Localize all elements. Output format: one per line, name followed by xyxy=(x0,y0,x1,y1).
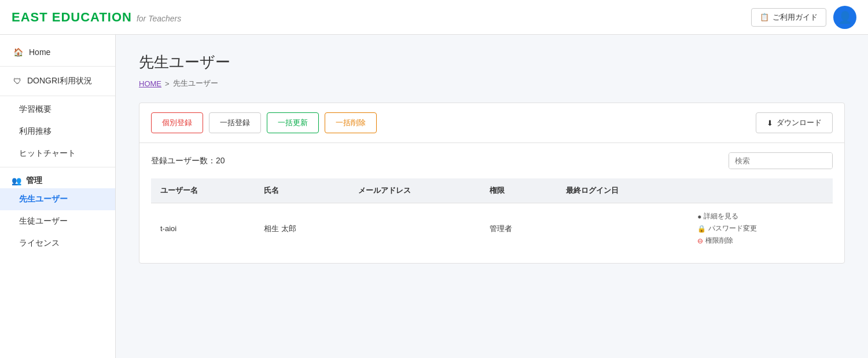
cell-last-login xyxy=(557,203,689,254)
sidebar-label-license: ライセンス xyxy=(19,238,60,247)
sidebar-item-sensei[interactable]: 先生ユーザー xyxy=(0,188,115,210)
delete-label: 権限削除 xyxy=(705,236,733,246)
user-count: 登録ユーザー数：20 xyxy=(151,156,225,166)
main-content: 先生ユーザー HOME > 先生ユーザー 個別登録 一括登録 一括更新 一括削除… xyxy=(116,35,868,358)
col-email: メールアドレス xyxy=(349,178,481,203)
col-role: 権限 xyxy=(480,178,556,203)
sidebar-item-gakushu[interactable]: 学習概要 xyxy=(0,98,115,120)
home-icon: 🏠 xyxy=(13,48,23,57)
sidebar-label-hit: ヒットチャート xyxy=(19,148,76,158)
sidebar-section-kanri: 👥 管理 xyxy=(0,170,115,188)
header: EAST EDUCATION for Teachers 📋 ご利用ガイド 👤 xyxy=(0,0,868,35)
individual-register-button[interactable]: 個別登録 xyxy=(151,112,203,133)
password-label: パスワード変更 xyxy=(708,224,757,233)
sidebar-label-riyou: 利用推移 xyxy=(19,126,52,136)
password-link[interactable]: 🔒 パスワード変更 xyxy=(697,224,823,233)
sidebar-label-kanri: 管理 xyxy=(26,176,42,186)
sidebar-item-dongri[interactable]: 🛡 DONGRI利用状況 xyxy=(0,69,115,93)
breadcrumb-current: 先生ユーザー xyxy=(173,78,218,89)
breadcrumb-separator: > xyxy=(165,79,170,88)
logo: EAST EDUCATION for Teachers xyxy=(12,10,181,25)
download-label: ダウンロード xyxy=(777,118,822,128)
bulk-delete-button[interactable]: 一括削除 xyxy=(325,112,377,133)
sidebar-label-dongri: DONGRI利用状況 xyxy=(27,76,92,86)
kanri-icon: 👥 xyxy=(12,176,21,185)
col-fullname: 氏名 xyxy=(255,178,348,203)
col-username: ユーザー名 xyxy=(151,178,255,203)
sidebar: 🏠 Home 🛡 DONGRI利用状況 学習概要 利用推移 ヒットチャート 👥 … xyxy=(0,35,116,358)
delete-icon: ⊖ xyxy=(697,237,703,245)
download-button[interactable]: ⬇ ダウンロード xyxy=(756,112,833,133)
sidebar-label-seito: 生徒ユーザー xyxy=(19,216,68,225)
guide-label: ご利用ガイド xyxy=(773,12,818,23)
sidebar-divider-1 xyxy=(0,66,115,67)
sidebar-item-home[interactable]: 🏠 Home xyxy=(0,41,115,64)
avatar-icon: 👤 xyxy=(838,10,852,24)
detail-icon: ● xyxy=(697,213,701,221)
avatar-button[interactable]: 👤 xyxy=(833,6,856,29)
col-last-login: 最終ログイン日 xyxy=(557,178,689,203)
bulk-update-button[interactable]: 一括更新 xyxy=(267,112,319,133)
detail-label: 詳細を見る xyxy=(704,211,738,221)
layout: 🏠 Home 🛡 DONGRI利用状況 学習概要 利用推移 ヒットチャート 👥 … xyxy=(0,35,868,358)
cell-actions: ● 詳細を見る 🔒 パスワード変更 ⊖ 権限削 xyxy=(688,203,833,254)
sidebar-item-hit[interactable]: ヒットチャート xyxy=(0,143,115,165)
col-actions xyxy=(688,178,833,203)
delete-link[interactable]: ⊖ 権限削除 xyxy=(697,236,823,246)
table-header: ユーザー名 氏名 メールアドレス 権限 最終ログイン日 xyxy=(151,178,833,203)
password-icon: 🔒 xyxy=(697,225,706,233)
table-header-row: 登録ユーザー数：20 🔍 xyxy=(151,152,833,169)
sidebar-label-home: Home xyxy=(29,48,50,57)
sidebar-label-sensei: 先生ユーザー xyxy=(19,194,68,203)
sidebar-divider-2 xyxy=(0,96,115,96)
guide-button[interactable]: 📋 ご利用ガイド xyxy=(751,8,826,27)
search-box: 🔍 xyxy=(729,152,833,169)
page-title: 先生ユーザー xyxy=(139,52,845,72)
sidebar-item-seito[interactable]: 生徒ユーザー xyxy=(0,210,115,232)
header-right: 📋 ご利用ガイド 👤 xyxy=(751,6,856,29)
detail-link[interactable]: ● 詳細を見る xyxy=(697,211,823,221)
guide-icon: 📋 xyxy=(760,13,769,21)
dongri-icon: 🛡 xyxy=(13,76,21,86)
action-cell: ● 詳細を見る 🔒 パスワード変更 ⊖ 権限削 xyxy=(697,211,823,246)
download-icon: ⬇ xyxy=(767,119,773,127)
cell-username: t-aioi xyxy=(151,203,255,254)
cell-fullname: 相生 太郎 xyxy=(255,203,348,254)
breadcrumb-home[interactable]: HOME xyxy=(139,79,161,88)
table-section: 登録ユーザー数：20 🔍 ユーザー名 氏名 メールアドレス 権限 最終ログイン xyxy=(139,143,844,263)
sidebar-label-gakushu: 学習概要 xyxy=(19,104,52,114)
bulk-register-button[interactable]: 一括登録 xyxy=(209,112,261,133)
toolbar: 個別登録 一括登録 一括更新 一括削除 ⬇ ダウンロード xyxy=(139,103,844,143)
table-row: t-aioi 相生 太郎 管理者 ● 詳細を見る xyxy=(151,203,833,254)
breadcrumb: HOME > 先生ユーザー xyxy=(139,78,845,89)
logo-for-teachers: for Teachers xyxy=(137,14,181,23)
cell-role: 管理者 xyxy=(480,203,556,254)
data-table: ユーザー名 氏名 メールアドレス 権限 最終ログイン日 t-aioi 相生 太郎 xyxy=(151,178,833,254)
sidebar-divider-3 xyxy=(0,167,115,167)
search-input[interactable] xyxy=(729,153,833,169)
content-card: 個別登録 一括登録 一括更新 一括削除 ⬇ ダウンロード 登録ユーザー数：20 … xyxy=(139,103,845,264)
sidebar-item-riyou[interactable]: 利用推移 xyxy=(0,120,115,143)
logo-east: EAST EDUCATION xyxy=(12,10,132,25)
sidebar-item-license[interactable]: ライセンス xyxy=(0,232,115,254)
cell-email xyxy=(349,203,481,254)
